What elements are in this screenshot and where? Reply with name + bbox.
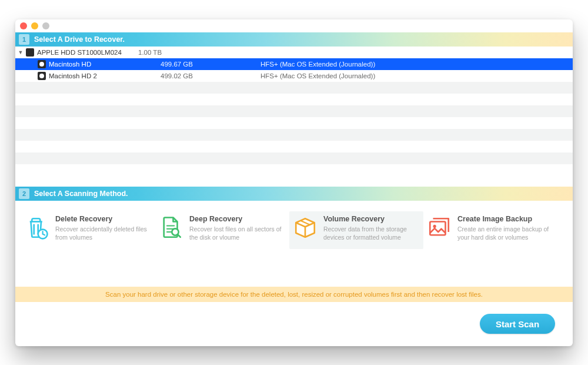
footer: Start Scan — [15, 302, 573, 346]
section1-header: 1 Select A Drive to Recover. — [15, 32, 573, 47]
svg-rect-2 — [430, 221, 445, 235]
empty-row — [15, 117, 573, 129]
empty-row — [15, 129, 573, 141]
start-scan-button[interactable]: Start Scan — [480, 314, 555, 334]
trash-clock-icon — [25, 215, 49, 240]
empty-row — [15, 141, 573, 152]
document-search-icon — [159, 215, 183, 240]
app-window: 1 Select A Drive to Recover. ▼ APPLE HDD… — [15, 19, 573, 346]
hint-bar: Scan your hard drive or other storage de… — [15, 287, 573, 302]
volume-icon — [38, 60, 46, 68]
minimize-icon[interactable] — [31, 22, 38, 29]
method-deep-recovery[interactable]: Deep Recovery Recover lost files on all … — [155, 211, 289, 249]
method-volume-recovery[interactable]: Volume Recovery Recover data from the st… — [289, 211, 423, 249]
volume-fs: HFS+ (Mac OS Extended (Journaled)) — [260, 61, 573, 68]
volume-icon — [38, 72, 46, 80]
volume-name: Macintosh HD 2 — [49, 72, 161, 79]
volume-row-1[interactable]: Macintosh HD 499.67 GB HFS+ (Mac OS Exte… — [15, 58, 573, 70]
section2-header: 2 Select A Scanning Method. — [15, 187, 573, 201]
method-title: Create Image Backup — [457, 215, 552, 223]
volume-size: 499.02 GB — [161, 72, 260, 79]
empty-row — [15, 94, 573, 105]
method-desc: Recover lost files on all sectors of the… — [189, 225, 283, 241]
close-icon[interactable] — [20, 22, 27, 29]
volume-name: Macintosh HD — [49, 61, 161, 68]
zoom-icon[interactable] — [42, 22, 49, 29]
method-desc: Recover accidentally deleted files from … — [55, 225, 149, 241]
method-desc: Create an entire image backup of your ha… — [457, 225, 552, 241]
method-create-image-backup[interactable]: Create Image Backup Create an entire ima… — [423, 211, 557, 249]
disclosure-triangle-icon[interactable]: ▼ — [15, 49, 26, 55]
image-stack-icon — [427, 215, 452, 240]
volume-size: 499.67 GB — [161, 61, 260, 68]
drive-list: ▼ APPLE HDD ST1000LM024 1.00 TB Macintos… — [15, 47, 573, 187]
method-title: Volume Recovery — [323, 215, 417, 223]
method-desc: Recover data from the storage devices or… — [323, 225, 417, 241]
method-title: Delete Recovery — [55, 215, 149, 223]
svg-point-3 — [433, 224, 436, 227]
device-row[interactable]: ▼ APPLE HDD ST1000LM024 1.00 TB — [15, 47, 573, 58]
volume-row-2[interactable]: Macintosh HD 2 499.02 GB HFS+ (Mac OS Ex… — [15, 70, 573, 82]
volume-fs: HFS+ (Mac OS Extended (Journaled)) — [260, 72, 573, 79]
step-1-badge: 1 — [19, 34, 29, 45]
titlebar — [15, 19, 573, 32]
hdd-icon — [26, 48, 34, 57]
hint-text: Scan your hard drive or other storage de… — [105, 291, 483, 298]
empty-row — [15, 105, 573, 117]
empty-row — [15, 164, 573, 176]
step-2-badge: 2 — [19, 188, 29, 199]
device-name: APPLE HDD ST1000LM024 — [37, 49, 138, 56]
scan-methods: Delete Recovery Recover accidentally del… — [15, 201, 573, 255]
method-delete-recovery[interactable]: Delete Recovery Recover accidentally del… — [21, 211, 155, 249]
empty-row — [15, 82, 573, 94]
method-title: Deep Recovery — [189, 215, 283, 223]
section2-title: Select A Scanning Method. — [34, 190, 128, 198]
section1-title: Select A Drive to Recover. — [34, 35, 125, 44]
box-icon — [293, 215, 318, 240]
empty-row — [15, 152, 573, 164]
device-size: 1.00 TB — [138, 49, 238, 56]
